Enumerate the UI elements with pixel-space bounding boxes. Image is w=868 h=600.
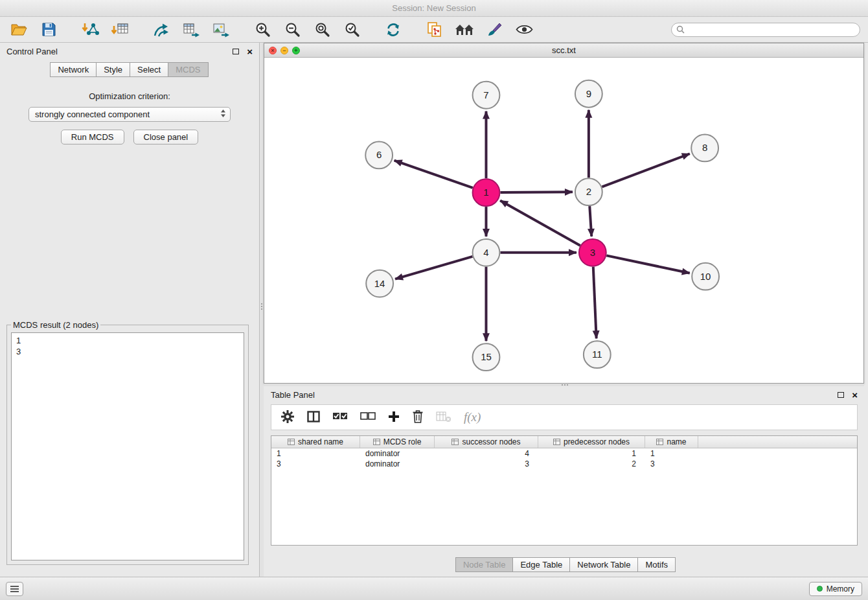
- zoom-out-icon: [284, 21, 301, 38]
- float-panel-icon[interactable]: [233, 49, 239, 54]
- export-table-icon: [183, 22, 200, 38]
- tab-select[interactable]: Select: [130, 62, 168, 77]
- edge-3-1[interactable]: [500, 200, 580, 246]
- delete-column-button[interactable]: [436, 411, 451, 424]
- zoom-fit-icon: [314, 21, 330, 38]
- delete-row-button[interactable]: [412, 410, 424, 425]
- save-session-button[interactable]: [38, 19, 60, 40]
- cell-shared-name[interactable]: 1: [271, 449, 360, 458]
- close-table-panel-icon[interactable]: ×: [852, 390, 858, 400]
- edge-2-3[interactable]: [589, 206, 591, 237]
- style-brush-icon: [486, 22, 503, 37]
- add-column-button[interactable]: [388, 411, 400, 424]
- column-header-name[interactable]: name: [645, 436, 698, 448]
- main-toolbar: [0, 17, 868, 43]
- refresh-layout-button[interactable]: [382, 19, 404, 40]
- zoom-selected-button[interactable]: [341, 19, 363, 40]
- cell-successor-nodes[interactable]: 3: [435, 459, 538, 468]
- mcds-result-line: 3: [16, 346, 239, 357]
- cell-shared-name[interactable]: 3: [271, 459, 360, 468]
- column-header-mcds-role[interactable]: MCDS role: [360, 436, 435, 448]
- cell-predecessor-nodes[interactable]: 1: [538, 449, 645, 458]
- export-table-button[interactable]: [180, 19, 202, 40]
- tab-network[interactable]: Network: [50, 62, 97, 77]
- tab-motifs[interactable]: Motifs: [637, 557, 676, 572]
- table-panel-header: Table Panel ×: [271, 386, 858, 403]
- node-label-14: 14: [374, 278, 385, 289]
- table-row[interactable]: 3 dominator 3 2 3: [271, 459, 857, 469]
- minimize-window-icon[interactable]: −: [280, 47, 288, 54]
- deselect-all-button[interactable]: [360, 410, 376, 424]
- search-input[interactable]: [671, 23, 860, 37]
- import-table-button[interactable]: [109, 19, 131, 40]
- node-table: shared name MCDS role successor nodes pr…: [271, 435, 858, 546]
- column-header-filler: [698, 436, 857, 448]
- app-titlebar: Session: New Session: [0, 0, 868, 17]
- tab-style[interactable]: Style: [96, 62, 130, 77]
- refresh-group: [382, 19, 404, 40]
- zoom-fit-button[interactable]: [311, 19, 333, 40]
- memory-button[interactable]: Memory: [809, 582, 862, 596]
- task-history-button[interactable]: [6, 582, 23, 596]
- import-network-button[interactable]: [79, 19, 101, 40]
- export-image-button[interactable]: [210, 19, 232, 40]
- run-mcds-button[interactable]: Run MCDS: [61, 130, 124, 144]
- tab-mcds[interactable]: MCDS: [168, 62, 208, 77]
- cell-predecessor-nodes[interactable]: 2: [538, 459, 645, 468]
- node-label-11: 11: [592, 349, 602, 360]
- open-session-button[interactable]: [8, 19, 30, 40]
- optimization-criterion-select[interactable]: strongly connected component: [29, 107, 231, 122]
- table-toolbar: f(x): [271, 404, 858, 430]
- optimization-criterion-label: Optimization criterion:: [0, 91, 259, 101]
- cell-name[interactable]: 1: [645, 449, 698, 458]
- zoom-in-button[interactable]: [251, 19, 273, 40]
- apply-style-button[interactable]: [483, 19, 505, 40]
- search-icon: [676, 25, 685, 36]
- show-all-button[interactable]: [453, 19, 475, 40]
- show-hide-button[interactable]: [513, 19, 535, 40]
- mcds-result-list[interactable]: 1 3: [11, 332, 244, 560]
- criterion-selected-value: strongly connected component: [35, 110, 150, 119]
- cell-mcds-role[interactable]: dominator: [360, 459, 435, 468]
- tab-network-table[interactable]: Network Table: [569, 557, 638, 572]
- app-title: Session: New Session: [392, 3, 475, 13]
- cell-name[interactable]: 3: [645, 459, 698, 468]
- maximize-window-icon[interactable]: +: [292, 47, 300, 54]
- close-window-icon[interactable]: ×: [269, 47, 277, 54]
- edge-1-2[interactable]: [500, 192, 573, 192]
- plus-icon: [388, 411, 400, 422]
- network-graph[interactable]: 7968124310141511: [264, 58, 863, 383]
- export-network-button[interactable]: [150, 19, 172, 40]
- memory-status-icon: [817, 586, 823, 592]
- edge-2-8[interactable]: [602, 154, 689, 187]
- function-builder-button[interactable]: f(x): [464, 410, 481, 424]
- copy-network-button[interactable]: [424, 19, 446, 40]
- close-panel-icon[interactable]: ×: [247, 47, 253, 56]
- table-panel-title: Table Panel: [271, 390, 315, 400]
- column-header-predecessor-nodes[interactable]: predecessor nodes: [538, 436, 645, 448]
- table-settings-button[interactable]: [280, 410, 295, 426]
- float-table-panel-icon[interactable]: [838, 392, 844, 398]
- table-row[interactable]: 1 dominator 4 1 1: [271, 448, 857, 459]
- cell-mcds-role[interactable]: dominator: [360, 449, 435, 458]
- edge-3-10[interactable]: [606, 255, 690, 273]
- select-all-button[interactable]: [332, 410, 348, 424]
- status-bar: Memory: [0, 577, 868, 600]
- column-header-successor-nodes[interactable]: successor nodes: [435, 436, 538, 448]
- edge-1-6[interactable]: [394, 161, 473, 188]
- import-group: [79, 19, 131, 40]
- column-header-shared-name[interactable]: shared name: [271, 436, 360, 448]
- toolbar-search: [671, 23, 860, 37]
- edge-3-11[interactable]: [593, 267, 597, 339]
- export-group: [150, 19, 232, 40]
- cell-successor-nodes[interactable]: 4: [435, 449, 538, 458]
- memory-label: Memory: [827, 584, 854, 594]
- show-columns-button[interactable]: [307, 411, 320, 424]
- zoom-out-button[interactable]: [281, 19, 303, 40]
- close-panel-button[interactable]: Close panel: [133, 130, 199, 144]
- edge-4-14[interactable]: [395, 257, 472, 279]
- zoom-selected-icon: [344, 21, 360, 38]
- tab-node-table[interactable]: Node Table: [455, 557, 514, 572]
- network-view-window: × − + scc.txt 7968124310141511: [264, 43, 864, 384]
- tab-edge-table[interactable]: Edge Table: [512, 557, 570, 572]
